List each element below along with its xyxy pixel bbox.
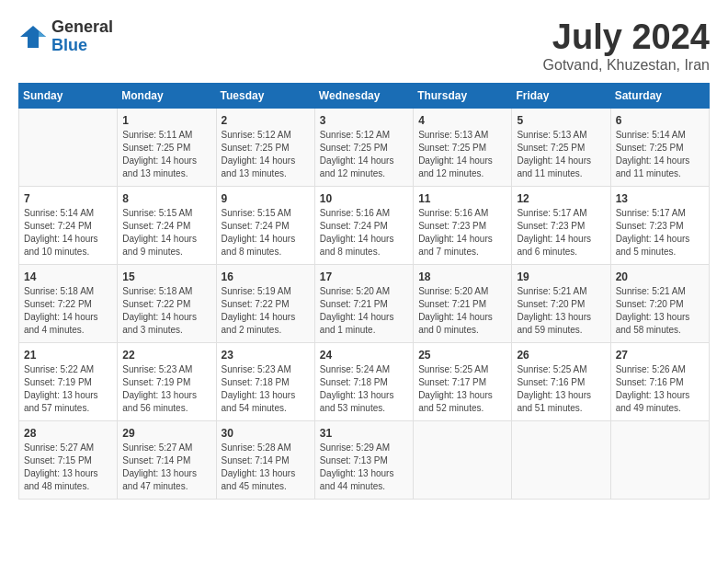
calendar-cell: 25Sunrise: 5:25 AM Sunset: 7:17 PM Dayli… xyxy=(414,342,512,420)
day-info: Sunrise: 5:17 AM Sunset: 7:23 PM Dayligh… xyxy=(517,207,605,259)
day-info: Sunrise: 5:15 AM Sunset: 7:24 PM Dayligh… xyxy=(222,207,310,259)
header-cell-saturday: Saturday xyxy=(610,83,709,108)
calendar-cell: 21Sunrise: 5:22 AM Sunset: 7:19 PM Dayli… xyxy=(19,342,118,420)
day-number: 27 xyxy=(616,349,704,362)
calendar-cell: 26Sunrise: 5:25 AM Sunset: 7:16 PM Dayli… xyxy=(512,342,610,420)
calendar-cell: 7Sunrise: 5:14 AM Sunset: 7:24 PM Daylig… xyxy=(19,186,118,264)
calendar-cell: 12Sunrise: 5:17 AM Sunset: 7:23 PM Dayli… xyxy=(512,186,610,264)
calendar-cell: 20Sunrise: 5:21 AM Sunset: 7:20 PM Dayli… xyxy=(610,264,709,342)
day-info: Sunrise: 5:18 AM Sunset: 7:22 PM Dayligh… xyxy=(122,285,210,337)
day-info: Sunrise: 5:26 AM Sunset: 7:16 PM Dayligh… xyxy=(616,363,704,415)
header-cell-tuesday: Tuesday xyxy=(216,83,314,108)
calendar-week-2: 7Sunrise: 5:14 AM Sunset: 7:24 PM Daylig… xyxy=(19,186,710,264)
day-info: Sunrise: 5:11 AM Sunset: 7:25 PM Dayligh… xyxy=(122,129,210,180)
day-info: Sunrise: 5:21 AM Sunset: 7:20 PM Dayligh… xyxy=(517,285,605,337)
day-number: 13 xyxy=(616,192,704,205)
day-number: 14 xyxy=(24,270,112,283)
day-number: 31 xyxy=(320,427,408,440)
day-number: 26 xyxy=(517,349,605,362)
logo: General Blue xyxy=(18,18,113,55)
day-info: Sunrise: 5:13 AM Sunset: 7:25 PM Dayligh… xyxy=(517,129,605,180)
day-number: 28 xyxy=(24,427,112,440)
day-info: Sunrise: 5:24 AM Sunset: 7:18 PM Dayligh… xyxy=(320,363,408,415)
calendar-cell: 23Sunrise: 5:23 AM Sunset: 7:18 PM Dayli… xyxy=(216,342,314,420)
header-cell-sunday: Sunday xyxy=(19,83,118,108)
day-number: 21 xyxy=(24,349,112,362)
day-number: 4 xyxy=(418,114,506,127)
calendar-cell: 11Sunrise: 5:16 AM Sunset: 7:23 PM Dayli… xyxy=(414,186,512,264)
day-info: Sunrise: 5:25 AM Sunset: 7:17 PM Dayligh… xyxy=(418,363,506,415)
day-info: Sunrise: 5:20 AM Sunset: 7:21 PM Dayligh… xyxy=(320,285,408,337)
calendar-cell xyxy=(414,420,512,499)
day-number: 1 xyxy=(122,114,210,127)
day-number: 12 xyxy=(517,192,605,205)
day-number: 6 xyxy=(616,114,704,127)
day-info: Sunrise: 5:16 AM Sunset: 7:23 PM Dayligh… xyxy=(418,207,506,259)
calendar-week-3: 14Sunrise: 5:18 AM Sunset: 7:22 PM Dayli… xyxy=(19,264,710,342)
calendar-cell: 3Sunrise: 5:12 AM Sunset: 7:25 PM Daylig… xyxy=(314,108,413,186)
calendar-cell xyxy=(19,108,118,186)
logo-text-general: General xyxy=(51,18,113,37)
calendar-cell: 1Sunrise: 5:11 AM Sunset: 7:25 PM Daylig… xyxy=(118,108,216,186)
header-row: SundayMondayTuesdayWednesdayThursdayFrid… xyxy=(19,83,710,108)
calendar-cell: 31Sunrise: 5:29 AM Sunset: 7:13 PM Dayli… xyxy=(314,420,413,499)
calendar-cell: 14Sunrise: 5:18 AM Sunset: 7:22 PM Dayli… xyxy=(19,264,118,342)
day-number: 19 xyxy=(517,270,605,283)
calendar-cell: 27Sunrise: 5:26 AM Sunset: 7:16 PM Dayli… xyxy=(610,342,709,420)
day-number: 20 xyxy=(616,270,704,283)
day-number: 30 xyxy=(222,427,310,440)
calendar-cell: 8Sunrise: 5:15 AM Sunset: 7:24 PM Daylig… xyxy=(118,186,216,264)
calendar-week-5: 28Sunrise: 5:27 AM Sunset: 7:15 PM Dayli… xyxy=(19,420,710,499)
day-number: 11 xyxy=(418,192,506,205)
day-info: Sunrise: 5:22 AM Sunset: 7:19 PM Dayligh… xyxy=(24,363,112,415)
logo-icon xyxy=(18,24,48,50)
day-info: Sunrise: 5:13 AM Sunset: 7:25 PM Dayligh… xyxy=(418,129,506,180)
calendar-cell: 22Sunrise: 5:23 AM Sunset: 7:19 PM Dayli… xyxy=(118,342,216,420)
day-number: 10 xyxy=(320,192,408,205)
day-number: 24 xyxy=(320,349,408,362)
calendar-cell: 10Sunrise: 5:16 AM Sunset: 7:24 PM Dayli… xyxy=(314,186,413,264)
calendar-cell xyxy=(512,420,610,499)
calendar-header: SundayMondayTuesdayWednesdayThursdayFrid… xyxy=(19,83,710,108)
day-info: Sunrise: 5:29 AM Sunset: 7:13 PM Dayligh… xyxy=(320,442,408,493)
logo-text-blue: Blue xyxy=(51,37,113,55)
day-info: Sunrise: 5:15 AM Sunset: 7:24 PM Dayligh… xyxy=(122,207,210,259)
header-cell-monday: Monday xyxy=(118,83,216,108)
calendar-cell: 16Sunrise: 5:19 AM Sunset: 7:22 PM Dayli… xyxy=(216,264,314,342)
day-number: 9 xyxy=(222,192,310,205)
day-info: Sunrise: 5:20 AM Sunset: 7:21 PM Dayligh… xyxy=(418,285,506,337)
calendar-cell: 17Sunrise: 5:20 AM Sunset: 7:21 PM Dayli… xyxy=(314,264,413,342)
day-info: Sunrise: 5:12 AM Sunset: 7:25 PM Dayligh… xyxy=(320,129,408,180)
calendar-cell: 9Sunrise: 5:15 AM Sunset: 7:24 PM Daylig… xyxy=(216,186,314,264)
calendar-cell: 15Sunrise: 5:18 AM Sunset: 7:22 PM Dayli… xyxy=(118,264,216,342)
day-number: 22 xyxy=(122,349,210,362)
day-number: 7 xyxy=(24,192,112,205)
page-header: General Blue July 2024 Gotvand, Khuzesta… xyxy=(18,18,710,74)
header-cell-wednesday: Wednesday xyxy=(314,83,413,108)
day-info: Sunrise: 5:23 AM Sunset: 7:18 PM Dayligh… xyxy=(222,363,310,415)
day-info: Sunrise: 5:18 AM Sunset: 7:22 PM Dayligh… xyxy=(24,285,112,337)
day-number: 18 xyxy=(418,270,506,283)
day-info: Sunrise: 5:25 AM Sunset: 7:16 PM Dayligh… xyxy=(517,363,605,415)
calendar-week-4: 21Sunrise: 5:22 AM Sunset: 7:19 PM Dayli… xyxy=(19,342,710,420)
day-info: Sunrise: 5:17 AM Sunset: 7:23 PM Dayligh… xyxy=(616,207,704,259)
header-cell-friday: Friday xyxy=(512,83,610,108)
day-number: 3 xyxy=(320,114,408,127)
calendar-cell: 19Sunrise: 5:21 AM Sunset: 7:20 PM Dayli… xyxy=(512,264,610,342)
day-number: 15 xyxy=(122,270,210,283)
calendar-table: SundayMondayTuesdayWednesdayThursdayFrid… xyxy=(18,83,710,500)
calendar-cell: 28Sunrise: 5:27 AM Sunset: 7:15 PM Dayli… xyxy=(19,420,118,499)
header-cell-thursday: Thursday xyxy=(414,83,512,108)
calendar-week-1: 1Sunrise: 5:11 AM Sunset: 7:25 PM Daylig… xyxy=(19,108,710,186)
day-number: 17 xyxy=(320,270,408,283)
day-number: 29 xyxy=(122,427,210,440)
location-subtitle: Gotvand, Khuzestan, Iran xyxy=(543,57,710,74)
day-info: Sunrise: 5:14 AM Sunset: 7:25 PM Dayligh… xyxy=(616,129,704,180)
day-info: Sunrise: 5:23 AM Sunset: 7:19 PM Dayligh… xyxy=(122,363,210,415)
day-info: Sunrise: 5:21 AM Sunset: 7:20 PM Dayligh… xyxy=(616,285,704,337)
calendar-cell: 18Sunrise: 5:20 AM Sunset: 7:21 PM Dayli… xyxy=(414,264,512,342)
day-number: 23 xyxy=(222,349,310,362)
day-number: 16 xyxy=(222,270,310,283)
day-info: Sunrise: 5:27 AM Sunset: 7:14 PM Dayligh… xyxy=(122,442,210,493)
title-section: July 2024 Gotvand, Khuzestan, Iran xyxy=(543,18,710,74)
